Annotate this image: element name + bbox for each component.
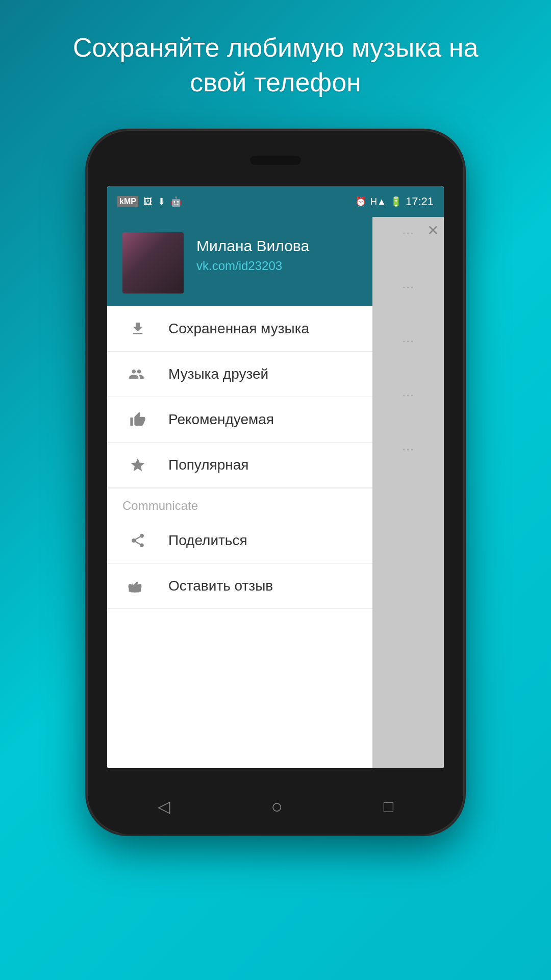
more-options-4[interactable]: ⋮ bbox=[401, 389, 415, 403]
phone-screen: kMP 🖼 ⬇ 🤖 ⏰ H▲ 🔋 17:21 bbox=[107, 186, 444, 768]
right-panel: ✕ ⋮ ⋮ ⋮ ⋮ ⋮ bbox=[372, 217, 444, 768]
communicate-header: Communicate bbox=[107, 488, 372, 518]
menu-section: Сохраненная музыка Музыка друзей bbox=[107, 306, 372, 488]
share-icon bbox=[122, 532, 153, 549]
menu-label-popular: Популярная bbox=[168, 457, 249, 473]
menu-item-recommended[interactable]: Рекомендуемая bbox=[107, 397, 372, 443]
menu-label-recommended: Рекомендуемая bbox=[168, 411, 274, 428]
profile-name: Милана Вилова bbox=[196, 237, 309, 255]
menu-item-friends-music[interactable]: Музыка друзей bbox=[107, 352, 372, 397]
menu-item-share[interactable]: Поделиться bbox=[107, 518, 372, 564]
profile-section[interactable]: Милана Вилова vk.com/id23203 bbox=[107, 217, 372, 306]
back-button[interactable]: ◁ bbox=[158, 797, 170, 816]
home-button[interactable]: ○ bbox=[271, 796, 283, 818]
close-button[interactable]: ✕ bbox=[427, 222, 439, 239]
download-icon bbox=[122, 321, 153, 337]
clock: 17:21 bbox=[406, 195, 434, 208]
drawer[interactable]: Милана Вилова vk.com/id23203 bbox=[107, 217, 372, 768]
network-icon: H▲ bbox=[370, 197, 386, 207]
menu-label-saved-music: Сохраненная музыка bbox=[168, 321, 309, 337]
profile-link[interactable]: vk.com/id23203 bbox=[196, 259, 309, 273]
menu-label-rate: Оставить отзыв bbox=[168, 578, 273, 594]
thumbsup-icon bbox=[122, 411, 153, 428]
android-icon: 🤖 bbox=[170, 196, 182, 207]
menu-item-saved-music[interactable]: Сохраненная музыка bbox=[107, 306, 372, 352]
communicate-section: Communicate Поделиться bbox=[107, 488, 372, 609]
recents-button[interactable]: □ bbox=[384, 797, 393, 816]
alarm-icon: ⏰ bbox=[355, 196, 366, 207]
profile-info: Милана Вилова vk.com/id23203 bbox=[196, 232, 309, 273]
download-icon: ⬇ bbox=[158, 196, 165, 207]
battery-icon: 🔋 bbox=[390, 196, 402, 207]
menu-label-share: Поделиться bbox=[168, 532, 247, 549]
friends-icon bbox=[122, 366, 153, 382]
content-area: Милана Вилова vk.com/id23203 bbox=[107, 217, 444, 768]
image-icon: 🖼 bbox=[143, 197, 153, 207]
more-options-2[interactable]: ⋮ bbox=[401, 281, 415, 295]
kmp-icon: kMP bbox=[117, 196, 138, 207]
avatar-image bbox=[122, 232, 184, 293]
phone-nav: ◁ ○ □ bbox=[107, 778, 444, 835]
menu-item-popular[interactable]: Популярная bbox=[107, 443, 372, 488]
rate-icon bbox=[122, 578, 153, 594]
status-icons-left: kMP 🖼 ⬇ 🤖 bbox=[117, 196, 182, 207]
star-icon bbox=[122, 457, 153, 473]
menu-item-rate[interactable]: Оставить отзыв bbox=[107, 564, 372, 609]
phone-frame: kMP 🖼 ⬇ 🤖 ⏰ H▲ 🔋 17:21 bbox=[87, 130, 464, 835]
more-options-3[interactable]: ⋮ bbox=[401, 335, 415, 349]
phone-speaker bbox=[250, 156, 301, 165]
menu-label-friends-music: Музыка друзей bbox=[168, 366, 268, 382]
page-title: Сохраняйте любимую музыка на свой телефо… bbox=[0, 0, 551, 120]
avatar bbox=[122, 232, 184, 293]
more-options-1[interactable]: ⋮ bbox=[401, 227, 415, 240]
status-right: ⏰ H▲ 🔋 17:21 bbox=[355, 195, 434, 208]
status-bar: kMP 🖼 ⬇ 🤖 ⏰ H▲ 🔋 17:21 bbox=[107, 186, 444, 217]
phone-mockup: kMP 🖼 ⬇ 🤖 ⏰ H▲ 🔋 17:21 bbox=[87, 130, 464, 835]
more-options-5[interactable]: ⋮ bbox=[401, 444, 415, 457]
